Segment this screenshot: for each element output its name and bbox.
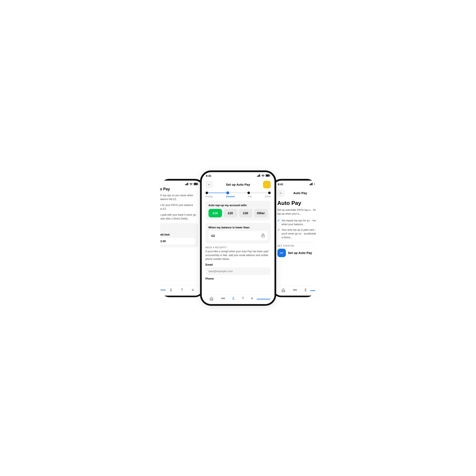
credit-box: 🗑 Credit limit £2.00 — [153, 223, 198, 247]
center-wifi-icon — [261, 174, 265, 177]
balance-section: When my balance is lower than: £2 — [205, 223, 271, 243]
svg-rect-21 — [310, 184, 311, 185]
lightning-icon: ⚡ — [265, 183, 269, 187]
center-time: 9:41 — [206, 174, 211, 177]
center-nav-menu[interactable]: ≡ — [251, 296, 253, 301]
center-status-icons — [257, 174, 270, 177]
scene: Auto Pay c PAYG top-ups so you never whe… — [126, 162, 350, 314]
setup-autopay-button[interactable]: ∞ Set up Auto Pay — [277, 249, 323, 257]
right-description: Set up automatic PAYG top-u... forget to… — [277, 208, 323, 216]
svg-point-27 — [293, 289, 295, 290]
svg-rect-1 — [186, 184, 187, 185]
left-nav-menu[interactable]: ≡ — [192, 288, 194, 292]
check-text-1: Set repeat top-ups for yo... meter when … — [282, 219, 323, 226]
right-status-bar: 9:41 — [274, 181, 327, 187]
left-signal-icon — [185, 183, 188, 186]
lock-icon — [261, 233, 265, 238]
svg-rect-24 — [318, 183, 322, 185]
center-nav-energy[interactable] — [221, 296, 225, 300]
svg-rect-9 — [259, 175, 259, 177]
center-status-bar: 9:41 — [202, 172, 274, 179]
phone-right: 9:41 ← Auto Pay Auto Pay Set — [272, 179, 329, 297]
right-page-title: Auto Pay — [277, 200, 323, 206]
center-nav-bar: ← Set up Auto Pay ⚡ — [205, 179, 271, 191]
amount-20-button[interactable]: £20 — [224, 209, 237, 217]
svg-rect-25 — [318, 183, 322, 185]
left-battery-icon — [194, 183, 198, 186]
back-button[interactable]: ← — [205, 181, 213, 188]
center-nav-home[interactable] — [209, 296, 214, 301]
svg-point-19 — [223, 298, 223, 299]
right-wifi-icon — [314, 183, 317, 186]
right-time: 9:41 — [278, 183, 283, 186]
svg-point-16 — [221, 298, 223, 299]
receipt-description: If you'd like a receipt when your Auto P… — [205, 250, 271, 261]
right-back-button[interactable]: ← — [277, 189, 285, 197]
svg-rect-6 — [198, 184, 198, 184]
center-nav-help[interactable]: ? — [242, 296, 244, 301]
action-icon[interactable]: ⚡ — [263, 181, 271, 188]
svg-rect-23 — [312, 183, 313, 185]
svg-rect-26 — [322, 184, 323, 184]
balance-title: When my balance is lower than: — [208, 226, 268, 229]
svg-rect-2 — [187, 183, 187, 185]
step-amount-label: Amount — [226, 195, 235, 198]
email-label: Email — [205, 263, 271, 266]
amount-other-button[interactable]: Other — [254, 209, 268, 217]
left-status-bar — [149, 181, 203, 187]
checkmark-2: ✓ — [277, 228, 280, 232]
right-signal-icon — [309, 183, 313, 186]
right-nav-energy[interactable] — [293, 288, 297, 292]
infinity-icon: ∞ — [280, 250, 283, 255]
right-battery-icon — [318, 183, 323, 186]
stepper: Energy Amount Pay Done — [205, 191, 271, 198]
phone-center: 9:41 ← Set up Auto Pay ⚡ — [200, 170, 276, 306]
phone-left: Auto Pay c PAYG top-ups so you never whe… — [148, 179, 204, 297]
svg-rect-10 — [259, 174, 260, 177]
check-text-2: Your auto top-up is paid card, so you'll… — [282, 228, 323, 239]
right-nav-payment[interactable]: £ — [305, 288, 307, 292]
step-done-label: Done — [265, 195, 271, 198]
left-bottom-nav: £ ? ≡ — [149, 285, 203, 296]
svg-point-30 — [295, 290, 295, 290]
check-item-1: ✓ Set repeat top-ups for yo... meter whe… — [277, 219, 323, 226]
receipt-label: NEED A RECEIPT? — [205, 246, 271, 249]
auto-topup-section: Auto top-up my account with: £10 £20 £30… — [205, 201, 271, 220]
center-bottom-nav: £ ? ≡ — [202, 294, 274, 304]
get-started-label: GET STARTED — [277, 242, 323, 247]
right-nav-title: Auto Pay — [293, 191, 307, 195]
svg-point-17 — [223, 298, 225, 299]
left-nav-help[interactable]: ? — [181, 288, 183, 292]
svg-rect-22 — [311, 183, 312, 185]
left-nav-payment[interactable]: £ — [170, 288, 172, 292]
right-status-icons — [309, 183, 323, 186]
amount-options: £10 £20 £30 Other — [208, 209, 268, 217]
center-nav-payment[interactable]: £ — [233, 296, 235, 301]
svg-rect-12 — [266, 175, 269, 176]
amount-10-button[interactable]: £10 — [208, 209, 222, 217]
autopay-icon: ∞ — [277, 249, 286, 257]
phone-label: Phone — [205, 277, 271, 280]
trash-icon: 🗑 — [156, 226, 195, 232]
step-energy-label: Energy — [205, 195, 213, 198]
right-nav-home[interactable] — [281, 288, 286, 292]
left-text1: c PAYG top-ups so you never when your ba… — [153, 193, 198, 201]
amount-30-button[interactable]: £30 — [239, 209, 253, 217]
svg-rect-7 — [257, 176, 257, 177]
credit-value: £2.00 — [156, 238, 195, 244]
email-input[interactable] — [205, 268, 271, 275]
left-text2: op-ups for your PAYG your balance reache… — [153, 203, 198, 211]
svg-rect-13 — [270, 175, 270, 176]
center-nav-title: Set up Auto Pay — [226, 183, 250, 186]
receipt-section: NEED A RECEIPT? If you'd like a receipt … — [205, 246, 271, 280]
svg-rect-3 — [187, 183, 188, 185]
svg-rect-20 — [309, 184, 310, 185]
left-status-icons — [185, 183, 198, 186]
svg-rect-8 — [258, 175, 258, 177]
balance-value: £2 — [211, 234, 215, 238]
left-wifi-icon — [189, 183, 193, 186]
right-bottom-nav: £ — [274, 286, 327, 296]
left-title: Auto Pay — [153, 187, 198, 191]
credit-label: Credit limit — [156, 233, 195, 236]
setup-autopay-label: Set up Auto Pay — [288, 251, 312, 255]
